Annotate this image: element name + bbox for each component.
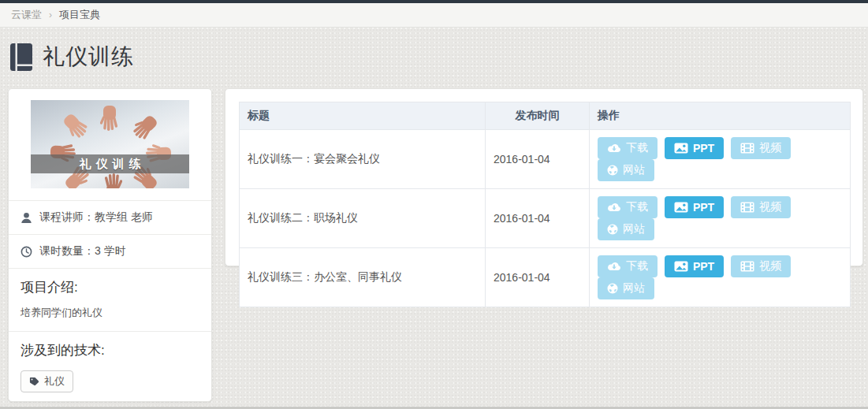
breadcrumb-current: 项目宝典	[59, 8, 100, 22]
hours-row: 课时数量：3 学时	[9, 235, 211, 269]
table-row: 礼仪训练三：办公室、同事礼仪 2016-01-04 下载 PPT 视频 网站	[240, 248, 851, 307]
video-label: 视频	[759, 141, 781, 155]
ppt-label: PPT	[693, 201, 714, 214]
cover-caption: 礼仪训练	[75, 157, 146, 172]
video-button[interactable]: 视频	[731, 255, 791, 277]
intro-heading: 项目介绍:	[20, 278, 199, 296]
tag-button[interactable]: 礼仪	[20, 370, 73, 392]
video-button[interactable]: 视频	[731, 196, 791, 218]
lesson-title: 礼仪训练二：职场礼仪	[240, 189, 486, 248]
page-title: 礼仪训练	[43, 42, 134, 72]
image-icon	[674, 202, 688, 213]
download-label: 下载	[626, 200, 648, 214]
breadcrumb: 云课堂 › 项目宝典	[0, 3, 868, 28]
breadcrumb-home-link[interactable]: 云课堂	[11, 8, 42, 22]
film-icon	[740, 261, 754, 272]
film-icon	[740, 202, 754, 213]
ppt-label: PPT	[693, 260, 714, 273]
website-label: 网站	[623, 163, 645, 177]
lesson-actions: 下载 PPT 视频 网站	[590, 189, 851, 248]
globe-icon	[607, 283, 618, 294]
ppt-button[interactable]: PPT	[665, 196, 724, 218]
course-cover-wrap: 礼仪训练	[9, 89, 211, 201]
image-icon	[674, 261, 688, 272]
video-label: 视频	[759, 259, 781, 273]
book-icon	[9, 43, 33, 72]
header-date: 发布时间	[486, 102, 590, 130]
table-row: 礼仪训练二：职场礼仪 2016-01-04 下载 PPT 视频 网站	[240, 189, 851, 248]
website-label: 网站	[623, 222, 645, 236]
table-header-row: 标题 发布时间 操作	[240, 102, 851, 130]
download-button[interactable]: 下载	[598, 196, 658, 218]
intro-section: 项目介绍: 培养同学们的礼仪	[9, 269, 211, 332]
lesson-date: 2016-01-04	[486, 189, 590, 248]
hours-label: 课时数量：3 学时	[39, 244, 126, 258]
breadcrumb-separator-icon: ›	[49, 9, 52, 20]
hands-circle-illustration	[31, 100, 189, 188]
tech-heading: 涉及到的技术:	[20, 341, 199, 359]
course-info-card: 礼仪训练 课程讲师：教学组 老师 课时数量：3 学时 项目介绍: 培养同学们的礼…	[8, 88, 212, 402]
tag-label: 礼仪	[44, 374, 65, 389]
ppt-label: PPT	[693, 142, 714, 154]
clock-icon	[20, 246, 32, 258]
image-icon	[674, 143, 688, 154]
instructor-label: 课程讲师：教学组 老师	[39, 210, 153, 225]
download-label: 下载	[626, 141, 648, 155]
tech-section: 涉及到的技术: 礼仪	[9, 332, 211, 403]
page-title-row: 礼仪训练	[0, 28, 868, 84]
header-title: 标题	[240, 102, 486, 130]
ppt-button[interactable]: PPT	[665, 255, 724, 277]
lesson-date: 2016-01-04	[486, 248, 590, 307]
ppt-button[interactable]: PPT	[665, 137, 724, 159]
intro-text: 培养同学们的礼仪	[20, 306, 199, 320]
person-icon	[20, 212, 32, 224]
lesson-actions: 下载 PPT 视频 网站	[590, 130, 851, 189]
download-button[interactable]: 下载	[598, 255, 658, 277]
instructor-row: 课程讲师：教学组 老师	[9, 201, 211, 235]
video-button[interactable]: 视频	[731, 137, 791, 159]
download-button[interactable]: 下载	[598, 137, 658, 159]
cloud-download-icon	[607, 261, 621, 272]
tag-icon	[29, 377, 39, 387]
globe-icon	[607, 165, 618, 176]
lesson-actions: 下载 PPT 视频 网站	[590, 248, 851, 307]
lessons-table: 标题 发布时间 操作 礼仪训练一：宴会聚会礼仪 2016-01-04 下载 PP…	[239, 102, 851, 307]
table-row: 礼仪训练一：宴会聚会礼仪 2016-01-04 下载 PPT 视频 网站	[240, 130, 851, 189]
cloud-download-icon	[607, 143, 621, 154]
website-button[interactable]: 网站	[598, 218, 654, 240]
lesson-date: 2016-01-04	[486, 130, 590, 189]
download-label: 下载	[626, 259, 648, 273]
lesson-title: 礼仪训练一：宴会聚会礼仪	[240, 130, 486, 189]
lesson-title: 礼仪训练三：办公室、同事礼仪	[240, 248, 486, 307]
globe-icon	[607, 224, 618, 235]
video-label: 视频	[759, 200, 781, 214]
cloud-download-icon	[607, 202, 621, 213]
course-cover-image: 礼仪训练	[31, 100, 189, 188]
header-actions: 操作	[590, 102, 851, 130]
film-icon	[740, 143, 754, 154]
website-button[interactable]: 网站	[598, 159, 654, 181]
website-label: 网站	[623, 281, 645, 296]
website-button[interactable]: 网站	[598, 277, 654, 299]
lessons-card: 标题 发布时间 操作 礼仪训练一：宴会聚会礼仪 2016-01-04 下载 PP…	[225, 88, 863, 266]
cover-caption-band: 礼仪训练	[31, 154, 189, 173]
